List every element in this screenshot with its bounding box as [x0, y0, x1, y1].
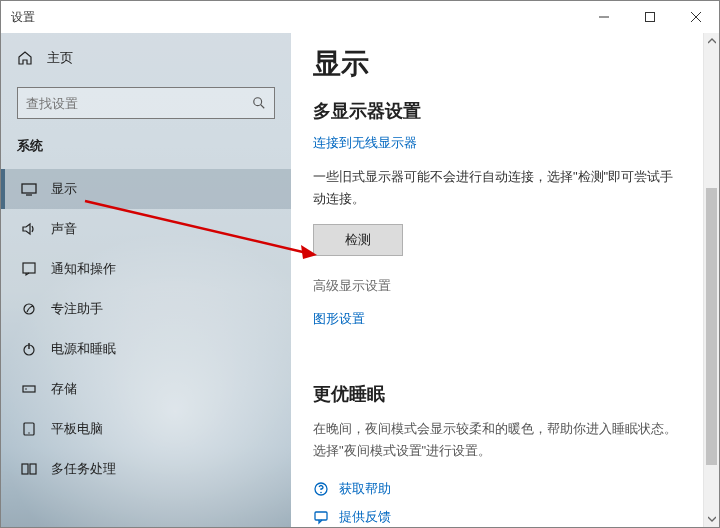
link-give-feedback[interactable]: 提供反馈 — [313, 508, 677, 526]
chevron-down-icon — [708, 515, 716, 523]
main-panel: 显示 多显示器设置 连接到无线显示器 一些旧式显示器可能不会进行自动连接，选择"… — [291, 33, 719, 527]
multitask-icon — [21, 461, 37, 477]
svg-point-13 — [320, 492, 322, 494]
display-icon — [21, 181, 37, 197]
text-sleep-desc: 在晚间，夜间模式会显示较柔和的暖色，帮助你进入睡眠状态。选择"夜间模式设置"进行… — [313, 418, 677, 462]
sidebar-item-label: 多任务处理 — [51, 460, 116, 478]
scroll-track[interactable] — [704, 49, 719, 511]
sidebar-item-label: 显示 — [51, 180, 77, 198]
section-multi-display: 多显示器设置 — [313, 99, 677, 123]
scroll-down-button[interactable] — [704, 511, 719, 527]
notifications-icon — [21, 261, 37, 277]
titlebar: 设置 — [1, 1, 719, 33]
sidebar-item-label: 声音 — [51, 220, 77, 238]
chevron-up-icon — [708, 37, 716, 45]
search-input[interactable] — [26, 96, 252, 111]
sound-icon — [21, 221, 37, 237]
sidebar-item-label: 存储 — [51, 380, 77, 398]
main-content: 显示 多显示器设置 连接到无线显示器 一些旧式显示器可能不会进行自动连接，选择"… — [291, 33, 703, 527]
link-get-help[interactable]: 获取帮助 — [313, 480, 677, 498]
footer-links: 获取帮助 提供反馈 — [313, 480, 677, 526]
help-icon — [313, 481, 329, 497]
svg-rect-11 — [30, 464, 36, 474]
window-title: 设置 — [11, 9, 35, 26]
link-label: 提供反馈 — [339, 508, 391, 526]
sidebar-item-power[interactable]: 电源和睡眠 — [1, 329, 291, 369]
link-connect-wireless[interactable]: 连接到无线显示器 — [313, 134, 417, 152]
page-title: 显示 — [313, 45, 677, 83]
text-old-display-desc: 一些旧式显示器可能不会进行自动连接，选择"检测"即可尝试手动连接。 — [313, 166, 677, 210]
maximize-icon — [645, 12, 655, 22]
close-button[interactable] — [673, 1, 719, 33]
svg-point-7 — [25, 388, 27, 390]
sidebar: 主页 系统 显示 — [1, 33, 291, 527]
svg-rect-2 — [22, 184, 36, 193]
scroll-thumb[interactable] — [706, 188, 717, 465]
minimize-button[interactable] — [581, 1, 627, 33]
svg-point-9 — [28, 432, 29, 433]
search-box[interactable] — [17, 87, 275, 119]
link-graphics-settings[interactable]: 图形设置 — [313, 310, 365, 328]
close-icon — [691, 12, 701, 22]
vertical-scrollbar[interactable] — [703, 33, 719, 527]
sidebar-item-label: 电源和睡眠 — [51, 340, 116, 358]
settings-window: 设置 主页 — [0, 0, 720, 528]
svg-rect-3 — [23, 263, 35, 273]
sidebar-item-focus[interactable]: 专注助手 — [1, 289, 291, 329]
sidebar-item-tablet[interactable]: 平板电脑 — [1, 409, 291, 449]
home-label: 主页 — [47, 49, 73, 67]
search-icon — [252, 96, 266, 110]
tablet-icon — [21, 421, 37, 437]
sidebar-item-sound[interactable]: 声音 — [1, 209, 291, 249]
svg-point-1 — [254, 98, 262, 106]
sidebar-item-storage[interactable]: 存储 — [1, 369, 291, 409]
maximize-button[interactable] — [627, 1, 673, 33]
sidebar-item-display[interactable]: 显示 — [1, 169, 291, 209]
minimize-icon — [599, 12, 609, 22]
sidebar-item-label: 平板电脑 — [51, 420, 103, 438]
focus-icon — [21, 301, 37, 317]
svg-rect-6 — [23, 386, 35, 392]
sidebar-item-multitask[interactable]: 多任务处理 — [1, 449, 291, 489]
storage-icon — [21, 381, 37, 397]
feedback-icon — [313, 509, 329, 525]
home-nav[interactable]: 主页 — [1, 39, 291, 77]
svg-rect-14 — [315, 512, 327, 520]
sidebar-item-label: 专注助手 — [51, 300, 103, 318]
detect-button[interactable]: 检测 — [313, 224, 403, 256]
home-icon — [17, 50, 33, 66]
link-advanced-display[interactable]: 高级显示设置 — [313, 277, 391, 295]
section-label: 系统 — [1, 137, 291, 155]
svg-rect-0 — [646, 13, 655, 22]
section-better-sleep: 更优睡眠 — [313, 382, 677, 406]
sidebar-item-label: 通知和操作 — [51, 260, 116, 278]
window-body: 主页 系统 显示 — [1, 33, 719, 527]
svg-rect-10 — [22, 464, 28, 474]
scroll-up-button[interactable] — [704, 33, 719, 49]
power-icon — [21, 341, 37, 357]
link-label: 获取帮助 — [339, 480, 391, 498]
sidebar-item-notifications[interactable]: 通知和操作 — [1, 249, 291, 289]
